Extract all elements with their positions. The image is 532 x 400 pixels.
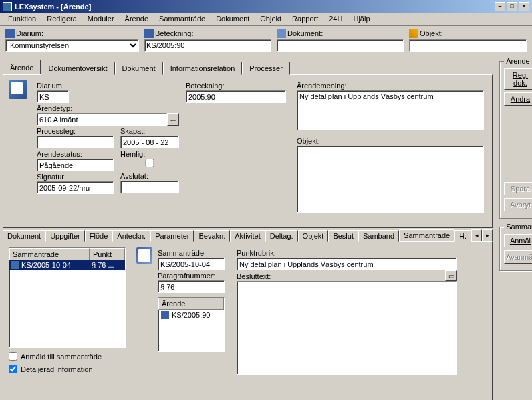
- tab-lower-parameter[interactable]: Parameter: [150, 230, 194, 242]
- tab-lower-objekt[interactable]: Objekt: [298, 230, 329, 242]
- besluttext-label: Besluttext:: [237, 272, 271, 280]
- tab-lower-beslut[interactable]: Beslut: [328, 230, 358, 242]
- tab-lower-sammantrade[interactable]: Sammanträde: [399, 229, 454, 241]
- tab-lower-aktivitet[interactable]: Aktivitet: [230, 230, 265, 242]
- anmald-checkbox[interactable]: [9, 352, 17, 361]
- regdok-button[interactable]: Reg. dok.: [504, 68, 532, 90]
- menu-hjalp[interactable]: Hjälp: [348, 13, 375, 25]
- row-icon: [11, 261, 19, 269]
- tab-lower-dokument[interactable]: Dokument: [3, 230, 45, 242]
- paragraf-label: Paragrafnummer:: [158, 272, 225, 280]
- search-dokument-input[interactable]: [277, 39, 404, 52]
- arende-box-item[interactable]: KS/2005:90: [158, 310, 224, 320]
- right-panel: Ärende Reg. dok. Ändra Spara Avbryt Samm…: [495, 58, 532, 398]
- avanmal-button: Avanmäl: [504, 250, 532, 264]
- search-diarium-label: Diarium:: [16, 29, 43, 37]
- tab-lower-bevakn[interactable]: Bevakn.: [194, 230, 230, 242]
- menu-24h[interactable]: 24H: [323, 13, 348, 25]
- tab-lower-h[interactable]: H.: [454, 230, 471, 242]
- row-punkt: § 76 ...: [90, 260, 125, 270]
- arende-box: Ärende KS/2005:90: [158, 297, 225, 352]
- avbryt-button: Avbryt: [504, 198, 532, 211]
- processteg-input[interactable]: [37, 136, 114, 148]
- tab-scroll-right[interactable]: ▸: [482, 229, 493, 241]
- lower-tab-content: Sammanträde Punkt KS/2005-10-04 § 76 ...…: [3, 241, 493, 400]
- row-sammantrade: KS/2005-10-04: [21, 261, 71, 269]
- search-objekt-input[interactable]: [409, 39, 527, 52]
- objekt-textarea[interactable]: [297, 146, 484, 213]
- menu-rapport[interactable]: Rapport: [287, 13, 323, 25]
- list-col-punkt[interactable]: Punkt: [90, 248, 125, 260]
- arende-button-group: Ärende Reg. dok. Ändra Spara Avbryt: [499, 61, 532, 219]
- tab-scroll-left[interactable]: ◂: [471, 229, 482, 241]
- arendestatus-input[interactable]: [37, 159, 114, 171]
- search-beteckning-input[interactable]: [144, 39, 271, 52]
- anmal-button[interactable]: Anmäl: [504, 234, 532, 247]
- sammantrade-button-group: Sammanträde Anmäl Avanmäl: [499, 227, 532, 271]
- menu-sammantrade[interactable]: Sammanträde: [154, 13, 211, 25]
- search-beteckning-label: Beteckning:: [155, 29, 193, 37]
- arende-box-title: Ärende: [158, 298, 224, 310]
- minimize-button[interactable]: –: [495, 2, 505, 11]
- tab-arende[interactable]: Ärende: [3, 60, 41, 74]
- sammantrade-label: Sammanträde:: [158, 249, 225, 257]
- anmald-label: Anmäld till sammanträde: [21, 353, 102, 361]
- upper-tab-content: Diarium: Ärendetyp: ... Processteg: Ären…: [3, 74, 493, 228]
- besluttext-textarea[interactable]: [237, 281, 457, 375]
- sammantrade-listbox[interactable]: Sammanträde Punkt KS/2005-10-04 § 76 ...: [9, 247, 126, 348]
- tab-lower-flode[interactable]: Flöde: [85, 230, 113, 242]
- paragraf-input[interactable]: [158, 280, 225, 293]
- menu-moduler[interactable]: Moduler: [82, 13, 120, 25]
- spara-button: Spara: [504, 182, 532, 195]
- menu-funktion[interactable]: Funktion: [3, 13, 41, 25]
- menu-redigera[interactable]: Redigera: [41, 13, 82, 25]
- lower-tabstrip: Dokument Uppgifter Flöde Anteckn. Parame…: [3, 229, 493, 241]
- arende-box-item-text: KS/2005:90: [172, 311, 211, 319]
- close-button[interactable]: ×: [519, 2, 529, 11]
- list-row[interactable]: KS/2005-10-04 § 76 ...: [9, 260, 125, 270]
- andra-button[interactable]: Ändra: [504, 92, 532, 106]
- sammantrade-icon: [136, 247, 152, 264]
- punktrubrik-label: Punktrubrik:: [237, 249, 487, 257]
- sammantrade-input[interactable]: [158, 258, 225, 270]
- sammantrade-group-title: Sammanträde: [504, 223, 532, 231]
- beteckning-input[interactable]: [186, 90, 286, 103]
- window-title: LEXsystem - [Ärende]: [15, 3, 495, 11]
- tab-dokumentoversikt[interactable]: Dokumentöversikt: [41, 62, 114, 75]
- tab-lower-uppgifter[interactable]: Uppgifter: [45, 230, 85, 242]
- maximize-button[interactable]: □: [507, 2, 517, 11]
- tab-lower-samband[interactable]: Samband: [358, 230, 399, 242]
- search-diarium-select[interactable]: Kommunstyrelsen: [5, 39, 139, 52]
- window-titlebar: LEXsystem - [Ärende] – □ ×: [0, 0, 532, 13]
- diarium-input[interactable]: [37, 90, 69, 103]
- tab-processer[interactable]: Processer: [242, 62, 290, 75]
- signatur-input[interactable]: [37, 181, 114, 194]
- search-objekt-label: Objekt:: [420, 29, 443, 37]
- detaljerad-label: Detaljerad information: [21, 365, 93, 373]
- document-icon: [277, 29, 286, 38]
- beteckning-label: Beteckning:: [186, 82, 286, 90]
- upper-tabstrip: Ärende Dokumentöversikt Dokument Informa…: [3, 60, 493, 74]
- tab-lower-deltag[interactable]: Deltag.: [265, 230, 298, 242]
- signatur-label: Signatur:: [37, 173, 114, 181]
- menu-dokument[interactable]: Dokument: [211, 13, 255, 25]
- arende-icon: [9, 80, 27, 99]
- detaljerad-checkbox[interactable]: [9, 365, 17, 373]
- tab-informationsrelation[interactable]: Informationsrelation: [163, 62, 243, 75]
- book-icon: [5, 29, 15, 38]
- objekt-label: Objekt:: [297, 137, 484, 145]
- search-dokument-label: Dokument:: [287, 29, 323, 37]
- processteg-label: Processteg:: [37, 127, 114, 135]
- tab-lower-anteckn[interactable]: Anteckn.: [112, 230, 150, 242]
- arendestatus-label: Ärendestatus:: [37, 150, 114, 158]
- arendemening-textarea[interactable]: [297, 90, 484, 130]
- besluttext-expand-button[interactable]: ▭: [445, 270, 457, 281]
- menubar: Funktion Redigera Moduler Ärende Sammant…: [0, 13, 532, 26]
- menu-objekt[interactable]: Objekt: [255, 13, 287, 25]
- menu-arende[interactable]: Ärende: [120, 13, 154, 25]
- arendemening-label: Ärendemening:: [297, 82, 484, 90]
- tab-dokument[interactable]: Dokument: [115, 62, 163, 75]
- book-icon: [144, 29, 154, 38]
- punktrubrik-input[interactable]: [237, 258, 457, 270]
- list-col-sammantrade[interactable]: Sammanträde: [9, 248, 90, 260]
